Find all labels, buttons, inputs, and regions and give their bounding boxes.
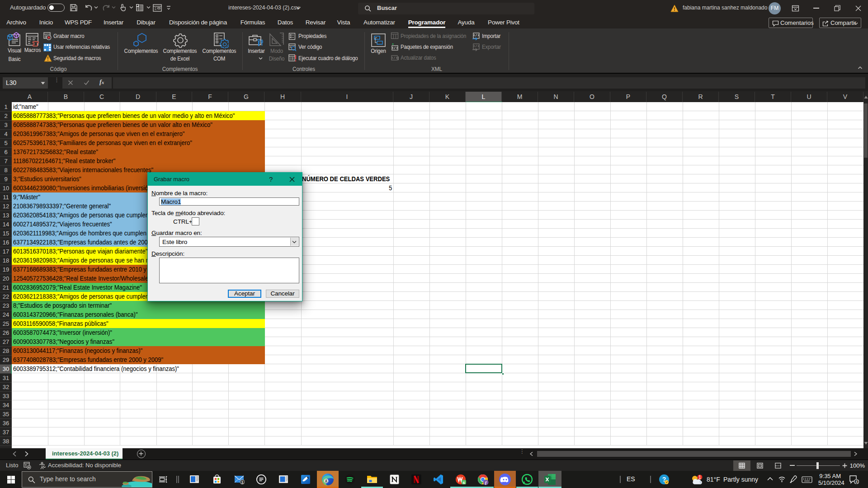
svg-text:s: s [462, 480, 465, 485]
svg-text:4: 4 [855, 479, 858, 484]
svg-text:1: 1 [241, 480, 243, 484]
svg-text:1: 1 [698, 475, 701, 480]
